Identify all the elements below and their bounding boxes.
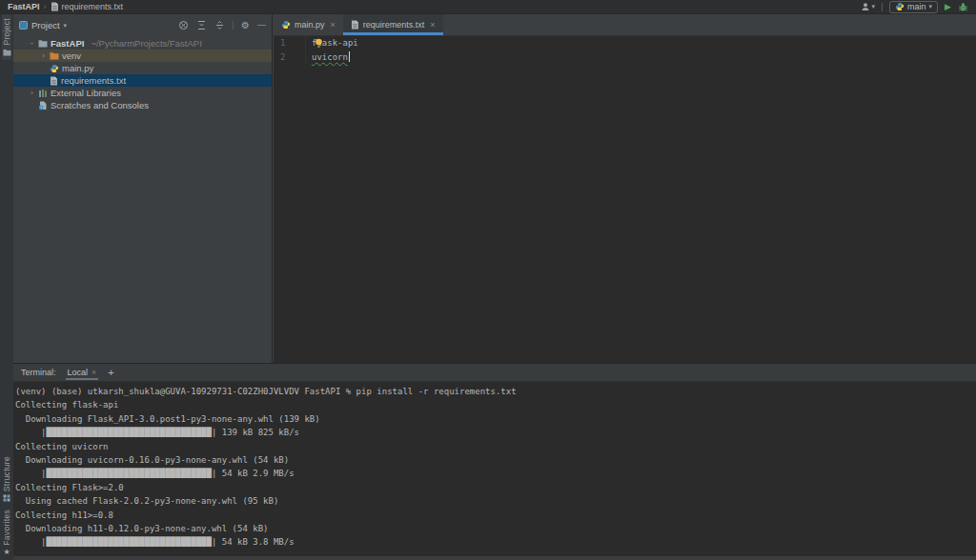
debug-button[interactable] bbox=[958, 2, 968, 12]
breadcrumb-file[interactable]: requirements.txt bbox=[51, 2, 124, 11]
run-configuration-selector[interactable]: main ▾ bbox=[889, 1, 938, 13]
stripe-tab-structure-label: Structure bbox=[2, 456, 11, 491]
pycharm-window: FastAPI › requirements.txt ▾ main ▾ ▶ bbox=[0, 0, 976, 560]
chevron-down-icon: ▾ bbox=[929, 3, 933, 10]
breadcrumb-chevron-icon: › bbox=[44, 2, 47, 11]
stripe-tab-favorites[interactable]: Favorites ★ bbox=[2, 506, 11, 560]
terminal-tab-local[interactable]: Local × bbox=[66, 364, 99, 381]
editor-code[interactable]: flask-api uvicorn bbox=[306, 36, 358, 64]
terminal-line: (venv) (base) utkarsh_shukla@GUVA-109297… bbox=[15, 385, 976, 398]
tree-item-path: ~/PycharmProjects/FastAPI bbox=[91, 38, 201, 49]
terminal-line: |████████████████████████████████| 139 k… bbox=[15, 426, 976, 439]
titlebar-actions: ▾ main ▾ ▶ bbox=[861, 0, 976, 13]
close-icon[interactable]: × bbox=[430, 20, 435, 30]
terminal-line: |████████████████████████████████| 54 kB… bbox=[15, 535, 976, 549]
intention-bulb-icon[interactable] bbox=[315, 38, 323, 49]
chevron-down-icon[interactable]: ▾ bbox=[64, 22, 68, 30]
tree-row-requirements-txt[interactable]: requirements.txt bbox=[13, 74, 272, 87]
locate-file-icon[interactable] bbox=[178, 20, 189, 30]
star-icon: ★ bbox=[3, 549, 10, 556]
tree-row-project-root[interactable]: › FastAPI ~/PycharmProjects/FastAPI bbox=[13, 37, 272, 50]
terminal-line: Downloading Flask_API-3.0.post1-py3-none… bbox=[15, 412, 976, 426]
text-file-icon bbox=[351, 20, 359, 30]
terminal-title: Terminal: bbox=[21, 368, 56, 377]
run-configuration-label: main bbox=[907, 2, 926, 11]
breadcrumb: FastAPI › requirements.txt bbox=[0, 2, 123, 11]
project-panel-toolbar: ⚙ — bbox=[178, 20, 266, 30]
text-caret bbox=[349, 51, 350, 62]
folder-icon bbox=[38, 39, 48, 48]
terminal-header: Terminal: Local × + bbox=[13, 364, 976, 382]
tree-row-main-py[interactable]: main.py bbox=[13, 62, 272, 74]
project-tree: › FastAPI ~/PycharmProjects/FastAPI › ve… bbox=[13, 36, 272, 111]
text-file-icon bbox=[51, 2, 59, 11]
code-text: uvicorn bbox=[312, 52, 348, 62]
close-icon[interactable]: × bbox=[331, 20, 336, 30]
project-panel-title[interactable]: Project bbox=[31, 20, 60, 30]
folder-icon bbox=[3, 49, 11, 56]
chevron-collapsed-icon[interactable]: › bbox=[40, 51, 47, 60]
title-bar: FastAPI › requirements.txt ▾ main ▾ ▶ bbox=[0, 0, 976, 14]
editor-tab-requirements-txt[interactable]: requirements.txt × bbox=[343, 14, 443, 35]
text-file-icon bbox=[50, 76, 58, 86]
editor-tab-bar: main.py × requirements.txt × bbox=[274, 14, 976, 36]
settings-gear-icon[interactable]: ⚙ bbox=[241, 21, 250, 30]
python-file-icon bbox=[50, 64, 59, 73]
user-dropdown-button[interactable]: ▾ bbox=[861, 2, 876, 11]
stripe-tab-project[interactable]: Project bbox=[2, 14, 11, 60]
excluded-folder-icon bbox=[50, 51, 59, 60]
line-number: 1 bbox=[274, 36, 305, 50]
scratches-icon bbox=[38, 101, 48, 110]
breadcrumb-file-label: requirements.txt bbox=[62, 2, 124, 11]
hide-panel-icon[interactable]: — bbox=[257, 21, 266, 30]
code-line-2[interactable]: uvicorn bbox=[312, 50, 358, 65]
libraries-icon bbox=[38, 89, 48, 98]
terminal-line: Downloading uvicorn-0.16.0-py3-none-any.… bbox=[15, 453, 976, 467]
tree-item-label: FastAPI bbox=[51, 38, 84, 49]
editor-tab-label: main.py bbox=[295, 20, 325, 30]
terminal-tab-label: Local bbox=[68, 368, 89, 377]
stripe-tab-project-label: Project bbox=[2, 18, 11, 46]
tree-row-scratches[interactable]: › Scratches and Consoles bbox=[13, 99, 272, 111]
terminal-line: Collecting h11>=0.8 bbox=[15, 509, 976, 522]
tree-item-label: External Libraries bbox=[51, 88, 121, 98]
terminal-line: Downloading h11-0.12.0-py3-none-any.whl … bbox=[15, 522, 976, 535]
tool-window-stripe: Project Structure Favorites ★ bbox=[0, 14, 13, 560]
chevron-expanded-icon[interactable]: › bbox=[28, 40, 36, 47]
tree-item-label: Scratches and Consoles bbox=[51, 100, 149, 110]
python-icon bbox=[281, 20, 291, 30]
terminal-tool-window: Terminal: Local × + (venv) (base) utkars… bbox=[13, 363, 976, 560]
expand-all-icon[interactable] bbox=[196, 20, 207, 30]
status-bar bbox=[13, 556, 976, 560]
terminal-line: Using cached Flask-2.0.2-py3-none-any.wh… bbox=[15, 494, 976, 508]
breadcrumb-project[interactable]: FastAPI bbox=[8, 2, 40, 11]
chevron-collapsed-icon[interactable]: › bbox=[29, 89, 35, 97]
tree-item-label: requirements.txt bbox=[61, 75, 126, 86]
structure-icon bbox=[3, 494, 10, 502]
run-button[interactable]: ▶ bbox=[945, 3, 951, 11]
editor-tab-label: requirements.txt bbox=[363, 20, 425, 30]
line-number: 2 bbox=[274, 50, 305, 65]
tree-row-venv[interactable]: › venv bbox=[13, 50, 272, 62]
terminal-output[interactable]: (venv) (base) utkarsh_shukla@GUVA-109297… bbox=[13, 382, 976, 550]
collapse-all-icon[interactable] bbox=[214, 20, 225, 30]
project-tool-window: Project ▾ ⚙ — › FastAPI ~/PycharmProject… bbox=[13, 14, 273, 363]
editor-body[interactable]: 1 2 flask-api uvicorn bbox=[274, 36, 976, 64]
python-icon bbox=[895, 2, 905, 11]
project-panel-header: Project ▾ ⚙ — bbox=[13, 14, 272, 36]
project-window-icon bbox=[19, 21, 28, 30]
tree-item-label: main.py bbox=[62, 63, 93, 73]
editor-area: main.py × requirements.txt × 1 2 flask-a… bbox=[274, 14, 976, 363]
close-icon[interactable]: × bbox=[92, 368, 96, 377]
stripe-tab-favorites-label: Favorites bbox=[2, 510, 11, 546]
new-terminal-button[interactable]: + bbox=[108, 368, 113, 378]
tree-item-label: venv bbox=[62, 50, 81, 61]
stripe-tab-structure[interactable]: Structure bbox=[2, 452, 11, 506]
terminal-line: Collecting flask-api bbox=[15, 398, 976, 411]
chevron-down-icon: ▾ bbox=[872, 3, 876, 10]
editor-tab-main-py[interactable]: main.py × bbox=[274, 14, 343, 35]
tree-row-external-libraries[interactable]: › External Libraries bbox=[13, 87, 272, 99]
editor-gutter: 1 2 bbox=[274, 36, 306, 64]
terminal-line: |████████████████████████████████| 54 kB… bbox=[15, 467, 976, 480]
toolbar-separator bbox=[233, 21, 234, 30]
